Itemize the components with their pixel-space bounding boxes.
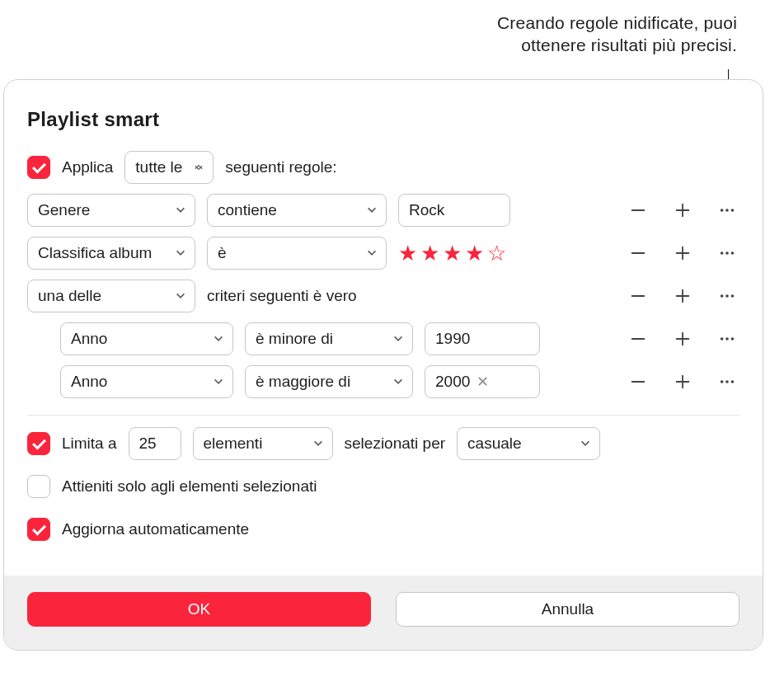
rule-value-input[interactable]: 1990	[425, 322, 540, 355]
rule-operator-select[interactable]: è maggiore di	[245, 365, 413, 398]
divider	[27, 415, 739, 416]
callout-text: Creando regole nidificate, puoi ottenere…	[497, 12, 737, 57]
rule-more-button[interactable]	[715, 194, 739, 227]
rule-operator-value: è	[218, 244, 245, 262]
rule-operator-value: contiene	[218, 201, 295, 219]
remove-rule-button[interactable]	[626, 237, 650, 270]
svg-point-4	[725, 209, 729, 212]
star-empty-icon: ☆	[487, 241, 506, 266]
rule-row: Classifica album è ★ ★ ★ ★ ☆	[27, 232, 739, 275]
chevron-down-icon	[312, 438, 324, 449]
remove-rule-button[interactable]	[626, 194, 650, 227]
svg-point-3	[721, 209, 724, 212]
ok-button[interactable]: OK	[27, 592, 371, 627]
svg-point-5	[731, 209, 735, 212]
star-filled-icon: ★	[465, 241, 484, 266]
rule-field-select[interactable]: Anno	[60, 365, 233, 398]
rule-operator-select[interactable]: contiene	[207, 194, 387, 227]
limit-unit-value: elementi	[204, 435, 281, 453]
add-rule-button[interactable]	[670, 322, 695, 355]
svg-point-23	[731, 337, 735, 341]
dialog-title: Playlist smart	[27, 108, 739, 131]
add-rule-button[interactable]	[670, 237, 695, 270]
svg-point-11	[731, 251, 735, 255]
svg-point-29	[731, 380, 735, 383]
star-filled-icon: ★	[443, 241, 462, 266]
remove-rule-button[interactable]	[626, 280, 650, 312]
rule-more-button[interactable]	[715, 365, 739, 398]
apply-rules-label: Applica	[62, 158, 113, 176]
rule-value-text: 2000	[435, 373, 470, 391]
rule-value-input[interactable]: Rock	[398, 194, 510, 227]
group-mode-select[interactable]: una delle	[27, 280, 195, 312]
rule-more-button[interactable]	[715, 280, 739, 312]
rule-field-select[interactable]: Anno	[60, 322, 233, 355]
rule-more-button[interactable]	[715, 322, 739, 355]
rule-operator-select[interactable]: è	[207, 237, 387, 270]
checked-only-label: Attieniti solo agli elementi selezionati	[62, 477, 317, 496]
dialog-footer: OK Annulla	[4, 576, 763, 650]
nested-rule-row: Anno è minore di 1990	[60, 317, 739, 360]
rule-field-value: Classifica album	[38, 244, 170, 262]
limit-count-value: 25	[139, 435, 157, 453]
chevron-down-icon	[175, 247, 186, 259]
live-updating-row: Aggiorna automaticamente	[27, 508, 739, 551]
apply-rules-checkbox[interactable]	[27, 156, 50, 179]
clear-value-icon[interactable]: ✕	[477, 373, 489, 391]
add-rule-button[interactable]	[670, 194, 695, 227]
rule-rating-stars[interactable]: ★ ★ ★ ★ ☆	[398, 241, 506, 266]
match-row: Applica tutte le seguenti regole:	[27, 146, 739, 189]
chevron-down-icon	[175, 204, 186, 216]
chevron-down-icon	[213, 376, 224, 388]
selected-by-label: selezionati per	[345, 435, 446, 453]
svg-point-28	[725, 380, 729, 383]
add-rule-button[interactable]	[670, 280, 695, 312]
rule-value-text: Rock	[409, 201, 444, 219]
nested-rule-row: Anno è maggiore di 2000 ✕	[60, 360, 739, 403]
match-mode-select[interactable]: tutte le	[124, 151, 214, 184]
limit-order-select[interactable]: casuale	[457, 427, 600, 460]
limit-count-input[interactable]: 25	[129, 427, 181, 460]
rule-operator-value: è maggiore di	[256, 373, 369, 391]
cancel-button[interactable]: Annulla	[396, 592, 739, 627]
live-updating-checkbox[interactable]	[27, 518, 50, 541]
limit-order-value: casuale	[467, 435, 540, 453]
match-suffix-label: seguenti regole:	[225, 158, 336, 176]
svg-point-17	[731, 294, 735, 298]
live-updating-label: Aggiorna automaticamente	[62, 520, 249, 538]
rule-field-select[interactable]: Genere	[27, 194, 195, 227]
limit-checkbox[interactable]	[27, 432, 50, 455]
ok-button-label: OK	[188, 600, 210, 618]
callout-line-1: Creando regole nidificate, puoi	[497, 12, 737, 34]
group-suffix-label: criteri seguenti è vero	[207, 287, 357, 305]
match-mode-value: tutte le	[135, 158, 200, 176]
checked-only-checkbox[interactable]	[27, 475, 50, 498]
limit-label: Limita a	[62, 435, 117, 453]
chevron-down-icon	[366, 204, 378, 216]
group-mode-value: una delle	[38, 287, 120, 305]
rule-field-value: Genere	[38, 201, 108, 219]
chevron-down-icon	[392, 333, 404, 345]
svg-point-15	[721, 294, 724, 298]
rule-more-button[interactable]	[715, 237, 739, 270]
chevron-down-icon	[580, 438, 591, 449]
rule-value-text: 1990	[435, 330, 470, 348]
checked-only-row: Attieniti solo agli elementi selezionati	[27, 465, 739, 508]
remove-rule-button[interactable]	[626, 322, 650, 355]
rule-operator-value: è minore di	[256, 330, 351, 348]
svg-point-10	[725, 251, 729, 255]
svg-point-9	[721, 251, 724, 255]
chevron-down-icon	[193, 162, 204, 173]
limit-unit-select[interactable]: elementi	[193, 427, 333, 460]
chevron-down-icon	[175, 290, 186, 302]
rule-value-input[interactable]: 2000 ✕	[425, 365, 540, 398]
smart-playlist-dialog: Playlist smart Applica tutte le seguenti…	[3, 79, 763, 651]
rule-field-value: Anno	[71, 330, 125, 348]
svg-point-27	[721, 380, 724, 383]
rule-row: Genere contiene Rock	[27, 189, 739, 232]
rule-field-select[interactable]: Classifica album	[27, 237, 195, 270]
remove-rule-button[interactable]	[626, 365, 650, 398]
add-rule-button[interactable]	[670, 365, 695, 398]
nested-group-row: una delle criteri seguenti è vero	[27, 275, 739, 317]
rule-operator-select[interactable]: è minore di	[245, 322, 413, 355]
